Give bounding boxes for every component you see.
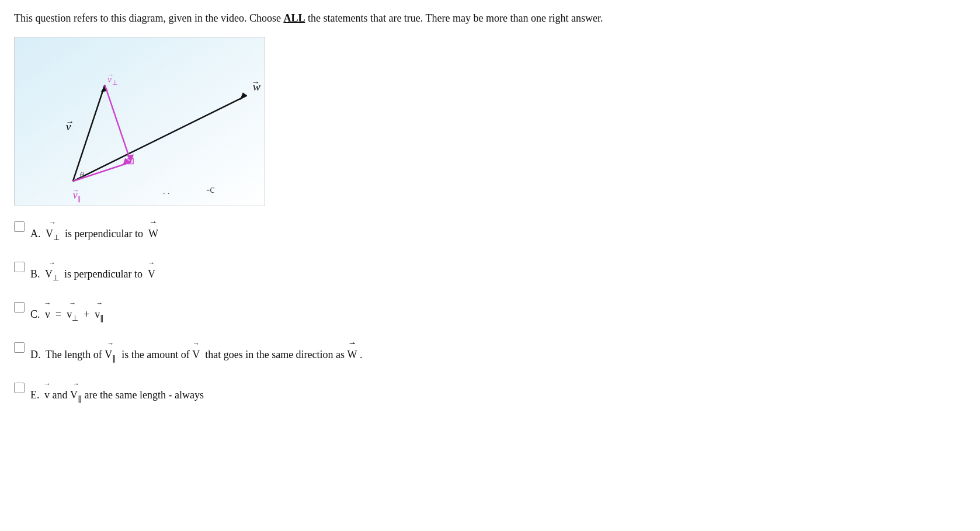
svg-text:∥: ∥: [78, 195, 81, 203]
option-a-label: A. →V⊥ is perpendicular to ⇀W: [30, 219, 158, 243]
svg-text:→: →: [107, 71, 114, 78]
checkbox-b[interactable]: [14, 262, 25, 272]
svg-text:→: →: [72, 186, 79, 195]
option-b: B. →V⊥ is perpendicular to →V: [14, 259, 966, 283]
option-a: A. →V⊥ is perpendicular to ⇀W: [14, 219, 966, 243]
checkbox-a[interactable]: [14, 221, 25, 232]
svg-text:θ: θ: [80, 171, 84, 179]
connector-and: and: [53, 389, 71, 401]
option-d-label: D. The length of →V∥ is the amount of →V…: [30, 340, 363, 364]
svg-text:→: →: [252, 78, 260, 86]
option-d: D. The length of →V∥ is the amount of →V…: [14, 340, 966, 364]
svg-rect-0: [15, 37, 264, 206]
checkbox-e[interactable]: [14, 383, 25, 393]
option-b-label: B. →V⊥ is perpendicular to →V: [30, 259, 155, 283]
options-list: A. →V⊥ is perpendicular to ⇀W B. →V⊥ is …: [14, 219, 966, 404]
diagram-svg: v → v → ⊥ w → v → ∥ θ . . -c: [15, 37, 265, 206]
svg-text:→: →: [66, 117, 74, 126]
checkbox-c[interactable]: [14, 302, 25, 313]
option-c-label: C. →v = →v⊥ + →v∥: [30, 300, 104, 324]
svg-text:⊥: ⊥: [112, 79, 118, 86]
option-e-label: E. →v and →V∥ are the same length - alwa…: [30, 380, 204, 404]
question-text: This question refers to this diagram, gi…: [14, 11, 966, 26]
option-c: C. →v = →v⊥ + →v∥: [14, 300, 966, 324]
option-e: E. →v and →V∥ are the same length - alwa…: [14, 380, 966, 404]
svg-text:-c: -c: [206, 183, 214, 195]
diagram-container: v → v → ⊥ w → v → ∥ θ . . -c: [14, 37, 265, 206]
checkbox-d[interactable]: [14, 342, 25, 353]
svg-text:. .: . .: [163, 186, 170, 196]
